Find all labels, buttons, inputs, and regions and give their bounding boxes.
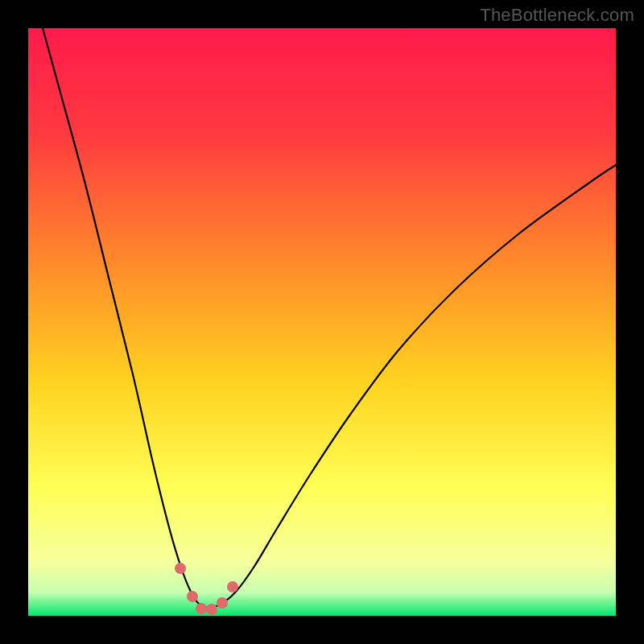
curve-svg xyxy=(28,28,616,616)
curve-marker xyxy=(227,581,238,592)
curve-marker xyxy=(175,563,186,574)
curve-marker xyxy=(206,604,217,615)
curve-marker xyxy=(217,597,228,609)
curve-marker xyxy=(187,591,198,602)
watermark-text: TheBottleneck.com xyxy=(480,5,634,26)
gradient-plot-area xyxy=(28,28,616,616)
curve-marker xyxy=(196,603,207,614)
bottleneck-curve xyxy=(43,28,616,608)
outer-frame: TheBottleneck.com xyxy=(0,0,644,644)
